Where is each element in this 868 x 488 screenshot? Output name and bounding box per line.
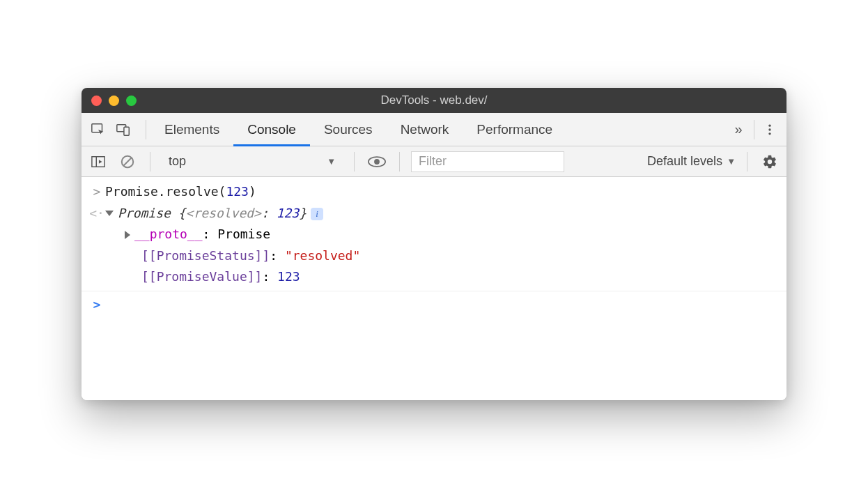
prompt-icon: > [88, 294, 105, 316]
panel-tab-bar: Elements Console Sources Network Perform… [82, 113, 786, 146]
divider [150, 152, 150, 171]
expand-toggle-icon[interactable] [105, 211, 114, 216]
console-result-row: <· Promise {<resolved>: 123}i [82, 203, 786, 224]
tab-sources[interactable]: Sources [310, 113, 387, 146]
execution-context-select[interactable]: top ▼ [162, 151, 343, 172]
more-tabs-button[interactable]: » [727, 119, 750, 141]
promise-status-property[interactable]: [[PromiseStatus]]: "resolved" [105, 245, 780, 267]
console-prompt-row[interactable]: > [82, 294, 786, 316]
input-indicator-icon: > [88, 181, 105, 203]
console-settings-icon[interactable] [759, 151, 781, 173]
separator [82, 291, 786, 291]
svg-point-3 [768, 124, 770, 126]
svg-rect-2 [124, 127, 129, 135]
proto-property[interactable]: __proto__: Promise [105, 224, 780, 245]
tab-elements[interactable]: Elements [150, 113, 233, 146]
toggle-device-icon[interactable] [112, 119, 134, 141]
svg-point-11 [374, 159, 380, 165]
divider [146, 120, 146, 139]
console-input[interactable] [105, 294, 780, 316]
title-bar: DevTools - web.dev/ [82, 88, 786, 113]
log-levels-select[interactable]: Default levels ▼ [647, 154, 736, 169]
live-expression-icon[interactable] [366, 151, 388, 173]
tab-network[interactable]: Network [387, 113, 463, 146]
levels-label: Default levels [647, 154, 722, 169]
toggle-sidebar-icon[interactable] [87, 151, 109, 173]
promise-value-property[interactable]: [[PromiseValue]]: 123 [105, 266, 780, 288]
console-output: > Promise.resolve(123) <· Promise {<reso… [82, 177, 786, 400]
filter-input[interactable] [411, 151, 564, 172]
settings-menu-button[interactable] [759, 119, 781, 141]
inspect-element-icon[interactable] [87, 119, 109, 141]
object-tree-header[interactable]: Promise {<resolved>: 123}i [105, 203, 780, 224]
divider [747, 152, 747, 171]
object-property-row: [[PromiseValue]]: 123 [82, 266, 786, 288]
dropdown-caret-icon: ▼ [727, 156, 736, 167]
expand-toggle-icon[interactable] [125, 231, 130, 239]
traffic-lights [91, 96, 137, 106]
divider [754, 120, 754, 139]
console-toolbar: top ▼ Default levels ▼ [82, 146, 786, 177]
console-expression[interactable]: Promise.resolve(123) [105, 181, 780, 203]
dropdown-caret-icon: ▼ [327, 156, 336, 167]
return-indicator-icon: <· [88, 203, 105, 224]
svg-line-9 [124, 158, 132, 165]
object-property-row: [[PromiseStatus]]: "resolved" [82, 245, 786, 267]
info-badge-icon[interactable]: i [311, 208, 323, 220]
tab-performance[interactable]: Performance [463, 113, 566, 146]
svg-point-4 [768, 128, 770, 130]
zoom-window-button[interactable] [126, 96, 137, 106]
svg-point-5 [768, 132, 770, 135]
object-property-row: __proto__: Promise [82, 224, 786, 245]
context-label: top [169, 154, 186, 169]
panel-tabs: Elements Console Sources Network Perform… [150, 113, 566, 146]
console-input-row: > Promise.resolve(123) [82, 181, 786, 203]
window-title: DevTools - web.dev/ [82, 93, 786, 107]
divider [399, 152, 400, 171]
tab-console[interactable]: Console [233, 113, 310, 146]
close-window-button[interactable] [91, 96, 102, 106]
clear-console-icon[interactable] [116, 151, 139, 173]
minimize-window-button[interactable] [109, 96, 119, 106]
devtools-window: DevTools - web.dev/ Elements Console Sou… [82, 88, 786, 400]
divider [354, 152, 355, 171]
svg-rect-6 [92, 156, 104, 167]
